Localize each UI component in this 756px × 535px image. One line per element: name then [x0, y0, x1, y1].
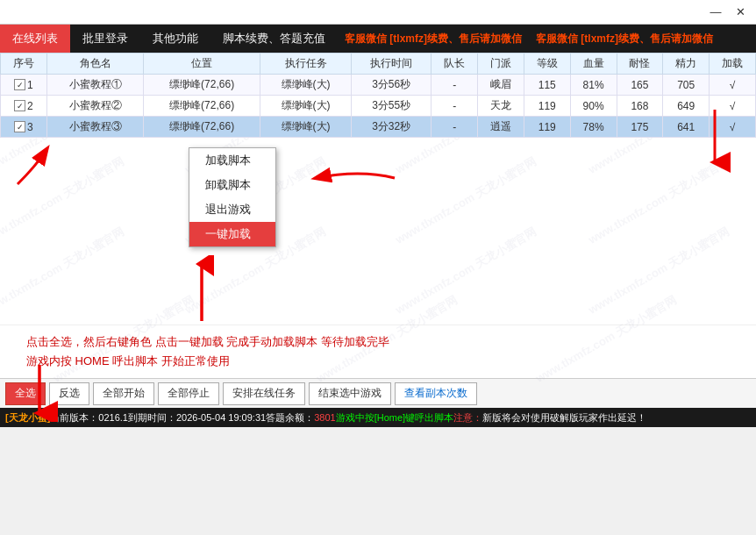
table-row[interactable]: 3 小蜜教程③缥缈峰(72,66)缥缈峰(大)3分32秒-逍遥11978%175…: [1, 117, 756, 138]
cell-stamina: 168: [617, 96, 663, 117]
cell-num-val: 2: [27, 100, 33, 112]
status-notice: 新版将会对使用破解版玩家作出延迟！: [482, 411, 646, 424]
btn-arrange-task[interactable]: 安排在线任务: [223, 382, 305, 405]
col-energy: 精力: [663, 54, 710, 75]
cell-time: 3分56秒: [352, 75, 431, 96]
tab-online-list[interactable]: 在线列表: [0, 25, 70, 53]
cell-task: 缥缈峰(大): [260, 117, 352, 138]
row-checkbox[interactable]: [14, 121, 25, 132]
watermark: www.tlxmfz.com 天龙小蜜官网: [586, 153, 732, 247]
instruction-area: www.tlxmfz.com 天龙小蜜官网 www.tlxmfz.com 天龙小…: [0, 325, 756, 378]
ctx-exit-game[interactable]: 退出游戏: [189, 197, 275, 222]
cell-level: 119: [524, 117, 570, 138]
btn-view-dungeons[interactable]: 查看副本次数: [395, 382, 477, 405]
cell-energy: 649: [663, 96, 710, 117]
ad-text-2: 客服微信 [tlxmfz]续费、售后请加微信: [529, 32, 720, 46]
cell-stamina: 165: [617, 75, 663, 96]
cell-leader: -: [431, 96, 478, 117]
btn-invert-select[interactable]: 反选: [49, 382, 89, 405]
status-expire: 2026-05-04 19:09:31: [176, 412, 266, 423]
ctx-unload-script[interactable]: 卸载脚本: [189, 173, 275, 197]
cell-location: 缥缈峰(72,66): [144, 117, 260, 138]
cell-num: 3: [1, 117, 47, 138]
status-version: 0216.1: [98, 412, 128, 423]
cell-leader: -: [431, 117, 478, 138]
status-answer-label: 答题余额：: [266, 411, 314, 424]
cell-hp: 78%: [570, 117, 617, 138]
ctx-load-script[interactable]: 加载脚本: [189, 148, 275, 173]
main-content: www.tlxmfz.com 天龙小蜜官网 www.tlxmfz.com 天龙小…: [0, 53, 756, 325]
cell-hp: 90%: [570, 96, 617, 117]
bottom-toolbar: 全选 反选 全部开始 全部停止 安排在线任务 结束选中游戏 查看副本次数: [0, 378, 756, 408]
col-time: 执行时间: [352, 54, 431, 75]
cell-time: 3分32秒: [352, 117, 431, 138]
watermark: www.tlxmfz.com 天龙小蜜官网: [393, 224, 539, 317]
table-body: 1 小蜜教程①缥缈峰(72,66)缥缈峰(大)3分56秒-峨眉11581%165…: [1, 75, 756, 138]
col-task: 执行任务: [260, 54, 352, 75]
context-menu: 加载脚本 卸载脚本 退出游戏 一键加载: [189, 147, 276, 247]
instruction-line2: 游戏内按 HOME 呼出脚本 开始正常使用: [26, 352, 730, 371]
cell-hp: 81%: [570, 75, 617, 96]
cell-num: 2: [1, 96, 47, 117]
row-checkbox[interactable]: [14, 100, 25, 111]
cell-leader: -: [431, 75, 478, 96]
btn-stop-all[interactable]: 全部停止: [158, 382, 219, 405]
status-answer: 3801: [314, 412, 335, 423]
table-container: 序号 角色名 位置 执行任务 执行时间 队长 门派 等级 血量 耐怪 精力 加载…: [0, 53, 756, 138]
tab-recharge[interactable]: 脚本续费、答题充值: [210, 25, 338, 53]
cell-stamina: 175: [617, 117, 663, 138]
col-stamina: 耐怪: [617, 54, 663, 75]
tab-other-functions[interactable]: 其他功能: [140, 25, 210, 53]
table-header-row: 序号 角色名 位置 执行任务 执行时间 队长 门派 等级 血量 耐怪 精力 加载: [1, 54, 756, 75]
status-ingame-label: 游戏中按[Home]键呼出脚本: [336, 411, 453, 424]
cell-loaded: √: [710, 96, 756, 117]
cell-loaded: √: [710, 117, 756, 138]
menu-bar: 在线列表 批里登录 其他功能 脚本续费、答题充值 客服微信 [tlxmfz]续费…: [0, 25, 756, 53]
cell-level: 119: [524, 96, 570, 117]
close-button[interactable]: ✕: [728, 2, 752, 23]
cell-task: 缥缈峰(大): [260, 75, 352, 96]
arrow-right: [298, 156, 403, 200]
status-bracket: [天龙小蜜]: [5, 411, 50, 424]
watermark: www.tlxmfz.com 天龙小蜜官网: [0, 153, 127, 247]
ctx-one-click-load[interactable]: 一键加载: [189, 222, 275, 246]
cell-level: 115: [524, 75, 570, 96]
cell-energy: 641: [663, 117, 710, 138]
character-table: 序号 角色名 位置 执行任务 执行时间 队长 门派 等级 血量 耐怪 精力 加载…: [0, 53, 756, 138]
status-bar: [天龙小蜜] 当前版本： 0216.1 到期时间： 2026-05-04 19:…: [0, 408, 756, 427]
btn-start-all[interactable]: 全部开始: [93, 382, 154, 405]
ad-text-1: 客服微信 [tlxmfz]续费、售后请加微信: [338, 32, 529, 46]
minimize-button[interactable]: —: [703, 2, 728, 23]
col-name: 角色名: [46, 54, 143, 75]
status-notice-label: 注意：: [453, 411, 482, 424]
col-sect: 门派: [478, 54, 524, 75]
watermark: www.tlxmfz.com 天龙小蜜官网: [0, 224, 127, 317]
col-location: 位置: [144, 54, 260, 75]
cell-sect: 天龙: [478, 96, 524, 117]
cell-name: 小蜜教程①: [46, 75, 143, 96]
cell-loaded: √: [710, 75, 756, 96]
table-row[interactable]: 2 小蜜教程②缥缈峰(72,66)缥缈峰(大)3分55秒-天龙11990%168…: [1, 96, 756, 117]
col-loaded: 加载: [710, 54, 756, 75]
instruction-line1: 点击全选，然后右键角色 点击一键加载 完成手动加载脚本 等待加载完毕: [26, 332, 730, 352]
table-row[interactable]: 1 小蜜教程①缥缈峰(72,66)缥缈峰(大)3分56秒-峨眉11581%165…: [1, 75, 756, 96]
col-num: 序号: [1, 54, 47, 75]
col-level: 等级: [524, 54, 570, 75]
cell-time: 3分55秒: [352, 96, 431, 117]
cell-num-val: 3: [27, 121, 33, 133]
cell-location: 缥缈峰(72,66): [144, 75, 260, 96]
status-version-label: 当前版本：: [50, 411, 98, 424]
col-leader: 队长: [431, 54, 478, 75]
watermark: www.tlxmfz.com 天龙小蜜官网: [393, 153, 539, 247]
cell-num: 1: [1, 75, 47, 96]
row-checkbox[interactable]: [14, 79, 25, 90]
cell-num-val: 1: [27, 79, 33, 91]
btn-select-all[interactable]: 全选: [5, 382, 46, 405]
cell-location: 缥缈峰(72,66): [144, 96, 260, 117]
cell-name: 小蜜教程③: [46, 117, 143, 138]
tab-batch-login[interactable]: 批里登录: [70, 25, 140, 53]
cell-energy: 705: [663, 75, 710, 96]
cell-name: 小蜜教程②: [46, 96, 143, 117]
col-hp: 血量: [570, 54, 617, 75]
arrow-left: [9, 140, 53, 193]
